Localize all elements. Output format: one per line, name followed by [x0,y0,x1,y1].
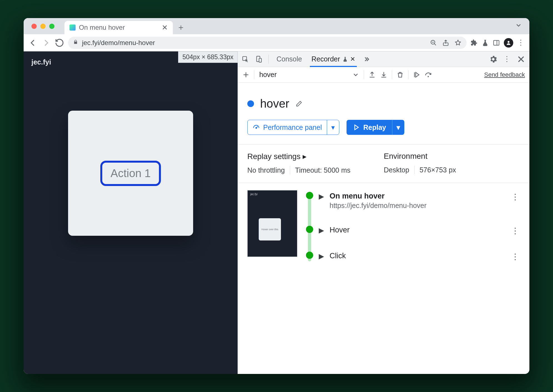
flask-icon [342,56,348,62]
environment-heading: Environment [384,152,456,161]
viewport-value: 576×753 px [420,166,456,174]
tab-strip: On menu hover ✕ ＋ [24,18,529,34]
devtools-tabs: Console Recorder ✕ ⋮ [238,51,529,67]
bookmark-star-icon[interactable] [454,39,462,46]
caret-right-icon: ▸ [303,152,307,161]
gear-icon[interactable] [489,55,498,64]
side-panel-icon[interactable] [493,39,500,46]
svg-rect-6 [259,58,261,62]
recording-status-icon [247,100,254,107]
close-panel-icon[interactable]: ✕ [350,56,355,63]
tab-console[interactable]: Console [275,51,304,67]
recording-name-input[interactable] [259,69,348,80]
forward-icon [41,38,51,48]
replay-button[interactable]: Replay ▾ [347,120,404,135]
share-icon[interactable] [442,39,449,46]
browser-tab[interactable]: On menu hover ✕ [64,21,173,34]
svg-point-7 [428,76,429,77]
settings-section: Replay settings ▸ No throttling Timeout:… [247,152,521,174]
device-toggle-icon[interactable] [255,56,262,63]
steps-section: jec.fyi Hover over this ▶ On menu hover … [247,190,521,264]
step-over-icon[interactable] [425,71,432,78]
tab-recorder[interactable]: Recorder ✕ [310,51,357,67]
export-icon[interactable] [368,71,376,78]
dimension-overlay: 504px × 685.33px [178,51,238,63]
step-menu-icon[interactable]: ⋮ [511,252,519,261]
reload-icon[interactable] [55,38,64,48]
tab-title: On menu hover [79,24,158,31]
devtools-panel: Console Recorder ✕ ⋮ [238,51,529,374]
performance-dropdown-icon[interactable]: ▾ [327,120,339,135]
favicon-icon [69,24,76,31]
content-area: jec.fyi 504px × 685.33px Action 1 Consol… [24,51,529,374]
new-recording-icon[interactable] [242,71,250,78]
browser-menu-icon[interactable]: ⋮ [517,38,525,47]
svg-point-8 [256,127,256,128]
replay-dropdown-icon[interactable]: ▾ [392,120,404,135]
step-thumbnail[interactable]: jec.fyi Hover over this [247,190,297,257]
labs-icon[interactable] [482,39,489,46]
svg-point-3 [508,41,510,43]
throttling-value: No throttling [247,166,285,174]
delete-icon[interactable] [397,71,404,78]
devtools-menu-icon[interactable]: ⋮ [503,55,511,63]
step-play-icon[interactable] [413,71,420,78]
caret-right-icon[interactable]: ▶ [319,252,324,260]
back-icon[interactable] [28,38,38,48]
step-item[interactable]: ▶ On menu hover https://jec.fyi/demo/men… [305,190,521,224]
chevron-down-icon[interactable] [352,71,359,78]
replay-settings-heading[interactable]: Replay settings ▸ [247,152,350,161]
url-text: jec.fyi/demo/menu-hover [82,39,155,47]
new-tab-button[interactable]: ＋ [176,22,186,33]
caret-right-icon[interactable]: ▶ [319,226,324,234]
browser-window: On menu hover ✕ ＋ jec.fyi/demo/menu-hove… [24,18,529,374]
step-title: Hover [330,226,505,234]
step-subtitle: https://jec.fyi/demo/menu-hover [330,202,505,210]
site-label: jec.fyi [31,58,51,66]
window-controls [31,24,54,29]
extensions-icon[interactable] [470,39,478,46]
play-icon [353,124,360,131]
step-node-icon [306,226,313,233]
step-menu-icon[interactable]: ⋮ [511,226,519,235]
rendered-page: jec.fyi 504px × 685.33px Action 1 [24,51,238,374]
step-menu-icon[interactable]: ⋮ [511,192,519,202]
lock-icon [73,39,78,46]
step-node-icon [306,192,313,199]
profile-avatar[interactable] [504,38,513,48]
maximize-window-icon[interactable] [49,24,54,29]
svg-rect-2 [494,40,499,45]
close-window-icon[interactable] [31,24,37,29]
recording-title: hover [260,97,289,110]
performance-panel-button[interactable]: Performance panel ▾ [247,120,339,135]
step-item[interactable]: ▶ Click ⋮ [305,250,521,264]
action-button[interactable]: Action 1 [100,161,161,186]
import-icon[interactable] [380,71,387,78]
tabs-dropdown-icon[interactable] [515,22,522,31]
step-item[interactable]: ▶ Hover ⋮ [305,224,521,250]
caret-right-icon[interactable]: ▶ [319,192,324,200]
timeout-value: Timeout: 5000 ms [295,166,350,174]
step-node-icon [306,252,313,259]
more-tabs-icon[interactable] [363,56,370,63]
menu-card: Action 1 [68,111,193,236]
recorder-toolbar: Send feedback [238,67,529,83]
device-value: Desktop [384,166,409,174]
send-feedback-link[interactable]: Send feedback [484,71,525,78]
edit-icon[interactable] [295,100,303,107]
address-bar[interactable]: jec.fyi/demo/menu-hover [68,37,467,49]
close-tab-icon[interactable]: ✕ [162,23,168,32]
recorder-body: hover Performance panel ▾ Re [238,83,529,374]
step-title: On menu hover [330,192,505,200]
minimize-window-icon[interactable] [40,24,46,29]
gauge-icon [253,124,260,131]
step-title: Click [330,252,505,260]
inspect-icon[interactable] [242,56,249,63]
thumbnail-card: Hover over this [259,218,281,240]
zoom-out-icon[interactable] [430,39,437,46]
browser-toolbar: jec.fyi/demo/menu-hover ⋮ [24,34,529,51]
close-devtools-icon[interactable] [517,55,525,64]
